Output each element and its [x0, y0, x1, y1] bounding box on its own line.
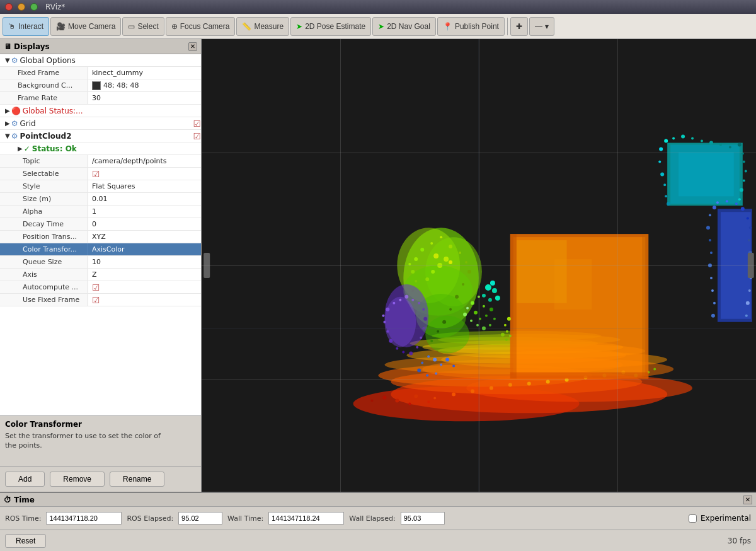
color-transform-row[interactable]: Color Transfor... AxisColor — [0, 243, 201, 256]
expand-arrow-icon: ▼ — [5, 57, 10, 64]
time-panel: ⏱ Time ✕ ROS Time: ROS Elapsed: Wall Tim… — [0, 492, 756, 530]
svg-point-118 — [710, 252, 713, 254]
svg-point-117 — [709, 239, 711, 241]
left-panel: 🖥 Displays ✕ ▼ ⚙ Global Options Fixed Fr… — [0, 39, 202, 492]
svg-point-143 — [382, 315, 384, 317]
topic-row[interactable]: Topic /camera/depth/points — [0, 155, 201, 168]
add-toolbar-button[interactable]: ✚ — [510, 17, 528, 36]
close-button[interactable] — [5, 3, 13, 11]
rename-button[interactable]: Rename — [110, 472, 164, 487]
svg-point-17 — [433, 397, 436, 399]
svg-point-97 — [665, 195, 667, 197]
svg-point-146 — [482, 294, 486, 298]
displays-title: 🖥 Displays — [4, 42, 50, 51]
ros-elapsed-input[interactable] — [178, 512, 222, 525]
size-row[interactable]: Size (m) 0.01 — [0, 193, 201, 206]
style-row[interactable]: Style Flat Squares — [0, 180, 201, 193]
interact-button[interactable]: 🖱 Interact — [3, 17, 49, 36]
status-ok-item[interactable]: ▶ ✓ Status: Ok — [0, 142, 201, 155]
plus-icon: ✚ — [516, 22, 522, 31]
svg-point-108 — [748, 239, 750, 241]
time-header: ⏱ Time ✕ — [0, 493, 756, 507]
displays-close-button[interactable]: ✕ — [188, 42, 197, 51]
move-camera-button[interactable]: 🎥 Move Camera — [50, 17, 121, 36]
alpha-row[interactable]: Alpha 1 — [0, 206, 201, 218]
svg-point-162 — [474, 311, 478, 315]
svg-point-173 — [507, 317, 511, 321]
svg-point-56 — [462, 283, 464, 286]
grid-checkbox[interactable]: ☑ — [193, 119, 201, 129]
svg-point-177 — [505, 339, 508, 341]
svg-point-55 — [467, 270, 471, 274]
description-panel: Color Transformer Set the transformer to… — [0, 415, 201, 466]
pc2-checkbox[interactable]: ☑ — [193, 131, 201, 141]
select-button[interactable]: ▭ Select — [122, 17, 164, 36]
grid-item[interactable]: ▶ ⚙ Grid ☑ — [0, 117, 201, 130]
nav-goal-button[interactable]: ➤ 2D Nav Goal — [372, 17, 436, 36]
measure-button[interactable]: 📏 Measure — [236, 17, 289, 36]
time-title: ⏱ Time — [4, 496, 35, 504]
publish-point-button[interactable]: 📍 Publish Point — [437, 17, 505, 36]
svg-point-81 — [691, 137, 694, 140]
svg-point-131 — [418, 302, 420, 304]
svg-point-49 — [420, 248, 424, 252]
3d-view[interactable] — [202, 39, 756, 492]
reset-button[interactable]: Reset — [5, 534, 46, 548]
ros-elapsed-label: ROS Elapsed: — [127, 514, 173, 523]
grid-v2 — [340, 39, 341, 492]
svg-point-92 — [738, 198, 741, 200]
global-status-item[interactable]: ▶ 🔴 Global Status:... — [0, 105, 201, 117]
autocompute-row[interactable]: Autocompute ... ☑ — [0, 281, 201, 294]
status-bar: Reset 30 fps — [0, 530, 756, 551]
svg-point-141 — [386, 330, 389, 333]
use-fixed-frame-row[interactable]: Use Fixed Frame ☑ — [0, 294, 201, 306]
svg-point-167 — [489, 324, 491, 327]
toolbar-options-button[interactable]: — ▾ — [529, 17, 554, 36]
svg-point-51 — [440, 236, 442, 238]
remove-button[interactable]: Remove — [50, 472, 105, 487]
grid-vertical-line — [479, 39, 479, 492]
wall-time-input[interactable] — [268, 512, 344, 525]
autocompute-checkbox[interactable]: ☑ — [92, 282, 100, 293]
svg-point-127 — [392, 302, 395, 304]
pose-estimate-button[interactable]: ➤ 2D Pose Estimate — [290, 17, 371, 36]
background-row[interactable]: Background C... 48; 48; 48 — [0, 79, 201, 92]
wall-elapsed-input[interactable] — [401, 512, 445, 525]
frame-rate-row[interactable]: Frame Rate 30 — [0, 92, 201, 105]
svg-point-58 — [449, 308, 452, 311]
add-button[interactable]: Add — [5, 472, 45, 487]
tree-panel[interactable]: ▼ ⚙ Global Options Fixed Frame kinect_du… — [0, 54, 201, 415]
svg-point-125 — [384, 297, 416, 347]
svg-point-102 — [716, 201, 719, 204]
svg-point-20 — [490, 386, 493, 390]
toolbar-separator — [507, 18, 508, 35]
svg-point-34 — [370, 399, 373, 402]
decay-time-row[interactable]: Decay Time 0 — [0, 218, 201, 231]
pointcloud2-item[interactable]: ▼ ⚙ PointCloud2 ☑ — [0, 130, 201, 142]
svg-point-135 — [420, 337, 422, 339]
svg-point-157 — [426, 374, 428, 377]
minimize-button[interactable] — [18, 3, 25, 11]
axis-row[interactable]: Axis Z — [0, 269, 201, 281]
experimental-checkbox[interactable] — [689, 514, 697, 523]
svg-point-171 — [463, 313, 467, 316]
global-options-item[interactable]: ▼ ⚙ Global Options — [0, 54, 201, 67]
ros-time-label: ROS Time: — [5, 514, 41, 523]
svg-point-129 — [404, 295, 408, 299]
svg-point-21 — [508, 383, 512, 386]
svg-point-15 — [395, 398, 399, 402]
selectable-checkbox[interactable]: ☑ — [92, 169, 100, 179]
position-trans-row[interactable]: Position Trans... XYZ — [0, 231, 201, 243]
svg-point-121 — [711, 289, 714, 292]
selectable-row[interactable]: Selectable ☑ — [0, 168, 201, 180]
focus-camera-button[interactable]: ⊕ Focus Camera — [166, 17, 236, 36]
time-close-button[interactable]: ✕ — [743, 496, 752, 504]
pc2-icon: ⚙ — [11, 132, 18, 141]
use-fixed-frame-checkbox[interactable]: ☑ — [92, 295, 100, 305]
clock-icon: ⏱ — [4, 496, 11, 504]
fixed-frame-row[interactable]: Fixed Frame kinect_dummy — [0, 67, 201, 79]
svg-point-116 — [706, 226, 710, 229]
maximize-button[interactable] — [30, 3, 38, 11]
ros-time-input[interactable] — [46, 512, 122, 525]
queue-size-row[interactable]: Queue Size 10 — [0, 256, 201, 269]
